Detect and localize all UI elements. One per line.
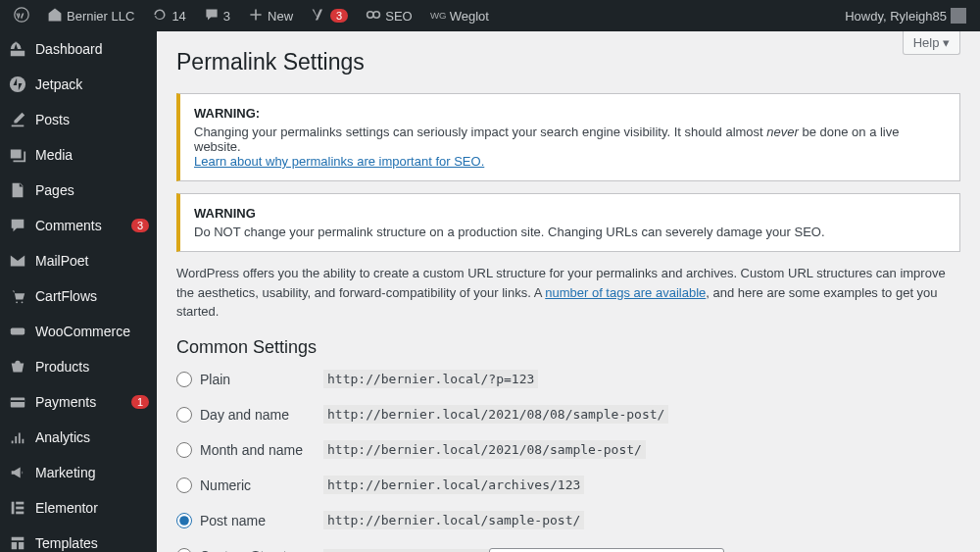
sidebar-item-label: MailPoet — [35, 253, 149, 269]
sidebar-item-dashboard[interactable]: Dashboard — [0, 31, 157, 67]
sidebar-item-label: Marketing — [35, 465, 149, 480]
sidebar-item-marketing[interactable]: Marketing — [0, 455, 157, 490]
learn-permalinks-link[interactable]: Learn about why permalinks are important… — [194, 154, 484, 169]
sidebar-badge: 1 — [131, 395, 149, 409]
templates-icon — [8, 533, 27, 552]
marketing-icon — [8, 463, 27, 482]
sidebar-item-label: WooCommerce — [35, 324, 149, 339]
option-plain[interactable]: Plain — [176, 372, 323, 387]
posts-icon — [8, 110, 27, 129]
sidebar-item-label: Jetpack — [35, 76, 149, 92]
dashboard-icon — [8, 39, 27, 59]
sidebar-item-label: Dashboard — [35, 41, 149, 57]
yoast-warning-notice: WARNING: Changing your permalinks settin… — [176, 93, 960, 181]
sidebar-item-mailpoet[interactable]: MailPoet — [0, 243, 157, 278]
example-plain: http://bernier.local/?p=123 — [323, 370, 538, 388]
yoast-link[interactable]: 3 — [305, 0, 354, 31]
woo-icon — [8, 322, 27, 341]
sidebar-item-label: Payments — [35, 394, 123, 410]
payments-icon — [8, 392, 27, 412]
main-content: Help ▾ Permalink Settings WARNING: Chang… — [157, 31, 980, 552]
sidebar-item-jetpack[interactable]: Jetpack — [0, 67, 157, 102]
jetpack-icon — [8, 75, 27, 94]
seo-link[interactable]: SEO — [360, 0, 417, 31]
warning-title: WARNING: — [194, 106, 946, 121]
radio-day-name[interactable] — [176, 407, 192, 423]
example-post-name: http://bernier.local/sample-post/ — [323, 511, 584, 529]
updates-count: 14 — [172, 9, 185, 24]
sidebar-item-label: Comments — [35, 218, 123, 233]
warning-body: Changing your permalinks settings can se… — [194, 125, 946, 154]
sidebar-item-pages[interactable]: Pages — [0, 173, 157, 208]
svg-rect-8 — [12, 502, 15, 515]
avatar-icon — [951, 8, 966, 24]
sidebar-item-payments[interactable]: Payments1 — [0, 384, 157, 420]
common-settings-heading: Common Settings — [176, 337, 960, 358]
sidebar-item-analytics[interactable]: Analytics — [0, 420, 157, 455]
svg-point-1 — [368, 11, 373, 17]
wp-logo[interactable] — [8, 0, 35, 31]
intro-text: WordPress offers you the ability to crea… — [176, 264, 960, 322]
radio-month-name[interactable] — [176, 442, 192, 458]
howdy-text: Howdy, Ryleigh85 — [845, 9, 947, 24]
svg-point-0 — [15, 7, 28, 21]
sidebar-item-cartflows[interactable]: CartFlows — [0, 278, 157, 314]
sidebar-item-label: Analytics — [35, 429, 149, 445]
weglot-link[interactable]: WGWeglot — [424, 0, 495, 31]
option-numeric[interactable]: Numeric — [176, 477, 323, 493]
my-account-link[interactable]: Howdy, Ryleigh85 — [839, 0, 972, 31]
weglot-label: Weglot — [450, 9, 489, 24]
radio-post-name[interactable] — [176, 513, 192, 528]
option-custom[interactable]: Custom Structure — [176, 548, 323, 553]
help-tab[interactable]: Help ▾ — [903, 31, 960, 55]
products-icon — [8, 357, 27, 376]
comments-icon — [8, 216, 27, 235]
svg-rect-6 — [11, 398, 24, 408]
sidebar-item-templates[interactable]: Templates — [0, 526, 157, 552]
radio-plain[interactable] — [176, 372, 192, 387]
updates-link[interactable]: 14 — [146, 0, 191, 31]
warning2-title: WARNING — [194, 206, 946, 221]
sidebar-item-label: Elementor — [35, 500, 149, 516]
sidebar-item-media[interactable]: Media — [0, 137, 157, 173]
svg-point-2 — [373, 11, 379, 17]
warning2-body: Do NOT change your permalink structure o… — [194, 225, 946, 239]
mail-icon — [8, 251, 27, 271]
option-month-name[interactable]: Month and name — [176, 442, 323, 458]
radio-custom[interactable] — [176, 548, 192, 553]
sidebar-item-elementor[interactable]: Elementor — [0, 490, 157, 526]
site-name-link[interactable]: Bernier LLC — [41, 0, 140, 31]
pages-icon — [8, 180, 27, 200]
page-title: Permalink Settings — [176, 49, 960, 75]
sidebar-item-comments[interactable]: Comments3 — [0, 208, 157, 243]
tags-available-link[interactable]: number of tags are available — [545, 285, 706, 300]
option-post-name[interactable]: Post name — [176, 513, 323, 528]
svg-text:WG: WG — [430, 10, 446, 21]
svg-rect-9 — [16, 502, 24, 505]
example-day-name: http://bernier.local/2021/08/08/sample-p… — [323, 405, 668, 424]
sidebar-badge: 3 — [131, 219, 149, 232]
option-day-name[interactable]: Day and name — [176, 407, 323, 423]
sidebar-item-products[interactable]: Products — [0, 349, 157, 384]
sidebar-item-posts[interactable]: Posts — [0, 102, 157, 137]
sidebar-item-label: Media — [35, 147, 149, 163]
example-numeric: http://bernier.local/archives/123 — [323, 476, 584, 494]
comments-count: 3 — [223, 9, 230, 24]
svg-rect-11 — [16, 512, 24, 515]
yoast-count: 3 — [330, 9, 348, 23]
radio-numeric[interactable] — [176, 477, 192, 493]
example-month-name: http://bernier.local/2021/08/sample-post… — [323, 440, 646, 459]
analytics-icon — [8, 427, 27, 447]
new-label: New — [268, 9, 293, 24]
sidebar-item-label: Pages — [35, 182, 149, 198]
custom-structure-input[interactable] — [489, 548, 724, 553]
sidebar-item-label: Posts — [35, 112, 149, 127]
svg-rect-10 — [16, 507, 24, 510]
media-icon — [8, 145, 27, 165]
svg-point-4 — [10, 76, 25, 92]
sidebar-item-label: Templates — [35, 535, 149, 551]
comments-link[interactable]: 3 — [198, 0, 236, 31]
new-content-link[interactable]: New — [242, 0, 299, 31]
seo-label: SEO — [385, 9, 412, 24]
sidebar-item-woocommerce[interactable]: WooCommerce — [0, 314, 157, 349]
